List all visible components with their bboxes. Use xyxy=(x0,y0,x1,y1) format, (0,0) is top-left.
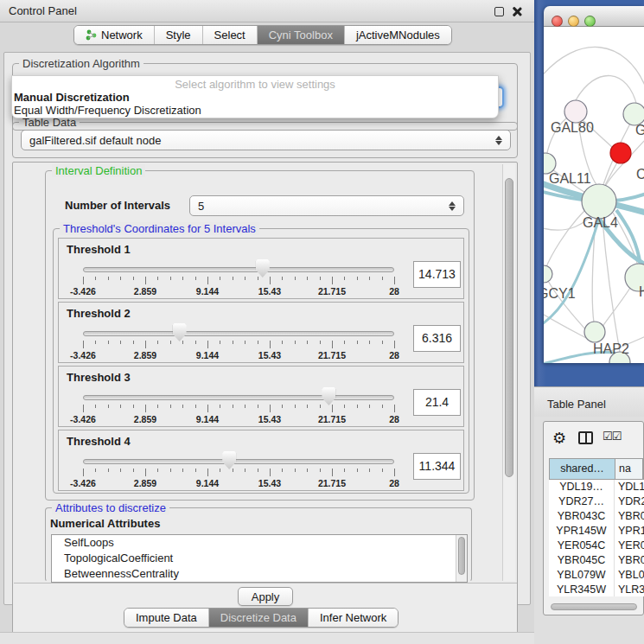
numerical-attributes-list[interactable]: SelfLoopsTopologicalCoefficientBetweenne… xyxy=(51,534,468,583)
tick-mark xyxy=(233,277,233,280)
slider-track[interactable] xyxy=(83,395,394,400)
node-red-selected[interactable] xyxy=(610,143,631,163)
tick-mark xyxy=(83,469,84,476)
threshold-value-box[interactable]: 14.713 xyxy=(413,261,461,288)
float-window-icon[interactable] xyxy=(494,7,504,16)
tick-mark xyxy=(95,277,96,280)
list-item[interactable]: SelfLoops xyxy=(52,535,467,551)
cell-name: YBL0 xyxy=(615,568,644,583)
threshold-value-box[interactable]: 11.344 xyxy=(413,453,461,480)
interval-definition-title: Interval Definition xyxy=(52,164,145,177)
tick-mark xyxy=(95,469,96,472)
tick-mark xyxy=(245,341,245,344)
columns-icon[interactable] xyxy=(578,431,593,444)
slider-track[interactable] xyxy=(83,459,394,464)
tab-select[interactable]: Select xyxy=(203,26,258,44)
node-label-h: H xyxy=(639,284,644,299)
tick-mark xyxy=(369,277,370,280)
tab-cyni-toolbox[interactable]: Cyni Toolbox xyxy=(258,26,345,44)
node-hap2[interactable] xyxy=(584,322,605,342)
threshold-value-box[interactable]: 21.4 xyxy=(413,389,461,416)
table-panel-header: Table Panel xyxy=(534,386,644,417)
tab-network[interactable]: Network xyxy=(74,26,155,44)
threshold-label: Threshold 4 xyxy=(67,435,131,448)
slider-thumb-icon[interactable] xyxy=(173,323,187,341)
tab-discretize-data[interactable]: Discretize Data xyxy=(209,609,309,627)
stepper-arrows-icon xyxy=(495,134,503,147)
table-data-combobox[interactable]: galFiltered.sif default node xyxy=(21,130,511,150)
node-gcy1[interactable] xyxy=(544,265,552,283)
main-scrollbar-thumb[interactable] xyxy=(505,178,513,477)
tick-label: 15.43 xyxy=(258,350,281,360)
table-row[interactable]: YER054CYER0 xyxy=(549,539,644,553)
table-row[interactable]: YDL19…YDL1 xyxy=(549,480,644,494)
slider-thumb-icon[interactable] xyxy=(222,451,236,469)
threshold-row: Threshold 3-3.4262.8599.14415.4321.71528… xyxy=(58,366,464,427)
slider-track[interactable] xyxy=(83,267,394,272)
slider-track[interactable] xyxy=(83,331,394,336)
attributes-scrollbar[interactable] xyxy=(456,535,467,582)
slider-thumb-icon[interactable] xyxy=(256,259,270,277)
cell-shared-name: YLR345W xyxy=(549,583,615,596)
dropdown-option[interactable]: Equal Width/Frequency Discretization xyxy=(12,104,498,117)
attributes-scrollbar-thumb[interactable] xyxy=(458,537,465,575)
table-row[interactable]: YBR043CYBR0 xyxy=(549,509,644,524)
tick-mark xyxy=(307,341,308,344)
tick-label: 2.859 xyxy=(134,286,156,296)
tab-impute-data[interactable]: Impute Data xyxy=(124,609,209,627)
dropdown-placeholder: Select algorithm to view settings xyxy=(12,76,498,91)
apply-button[interactable]: Apply xyxy=(238,587,293,606)
cell-shared-name: YPR145W xyxy=(549,524,615,539)
checkbox-icons[interactable]: ☑☑ xyxy=(603,430,621,443)
threshold-label: Threshold 1 xyxy=(67,243,131,256)
list-item[interactable]: TopologicalCoefficient xyxy=(52,551,467,566)
gear-icon[interactable]: ⚙ xyxy=(552,429,566,447)
tick-mark xyxy=(382,405,383,408)
node-gal4[interactable] xyxy=(582,184,616,219)
zoom-traffic-light-icon[interactable] xyxy=(584,16,596,27)
table-row[interactable]: YBR045CYBR0 xyxy=(549,553,644,568)
tick-mark xyxy=(170,469,171,472)
table-row[interactable]: YPR145WYPR1 xyxy=(549,524,644,539)
threshold-value-box[interactable]: 6.316 xyxy=(413,325,461,352)
tab-jactivemnodules[interactable]: jActiveMNodules xyxy=(345,26,451,44)
tick-mark xyxy=(320,469,321,472)
column-header-name[interactable]: na xyxy=(615,459,643,479)
tick-label: 28 xyxy=(389,286,399,296)
table-row[interactable]: YDR27…YDR2 xyxy=(549,494,644,509)
table-horizontal-scrollbar[interactable] xyxy=(551,603,637,610)
minimize-traffic-light-icon[interactable] xyxy=(568,16,579,27)
number-of-intervals-combobox[interactable]: 5 xyxy=(189,195,464,216)
tick-mark xyxy=(145,277,146,284)
close-traffic-light-icon[interactable] xyxy=(552,16,563,27)
tab-style[interactable]: Style xyxy=(155,26,203,44)
dropdown-option[interactable]: Manual Discretization xyxy=(12,91,498,104)
list-item[interactable]: BetweennessCentrality xyxy=(52,566,467,582)
cell-name: YDL1 xyxy=(615,480,644,494)
tick-label: 9.144 xyxy=(196,286,219,296)
tick-mark xyxy=(145,405,146,412)
tick-mark xyxy=(258,341,258,344)
tick-mark xyxy=(258,277,258,280)
tick-mark xyxy=(394,405,395,412)
tick-mark xyxy=(83,277,84,284)
table-row[interactable]: YBL079WYBL0 xyxy=(549,568,644,583)
slider-ticks xyxy=(83,341,394,349)
attributes-group-title: Attributes to discretize xyxy=(52,501,169,514)
tick-label: 28 xyxy=(389,478,399,488)
tick-label: 2.859 xyxy=(134,414,156,424)
tick-mark xyxy=(170,405,171,408)
tick-mark xyxy=(83,405,84,412)
slider-tick-labels: -3.4262.8599.14415.4321.71528 xyxy=(83,286,394,297)
tick-label: 15.43 xyxy=(258,414,281,424)
tab-infer-network[interactable]: Infer Network xyxy=(309,609,398,627)
column-header-shared[interactable]: shared… xyxy=(550,459,615,479)
main-vertical-scrollbar[interactable] xyxy=(502,164,515,581)
tick-mark xyxy=(295,469,296,472)
network-canvas[interactable]: GAL80GACGAL11GAL4GCY1HHAP2 xyxy=(544,27,644,363)
tick-mark xyxy=(357,341,358,344)
table-row[interactable]: YLR345WYLR3 xyxy=(549,583,644,596)
slider-thumb-icon[interactable] xyxy=(322,387,335,405)
close-icon[interactable] xyxy=(512,7,521,16)
tick-mark xyxy=(245,469,245,472)
